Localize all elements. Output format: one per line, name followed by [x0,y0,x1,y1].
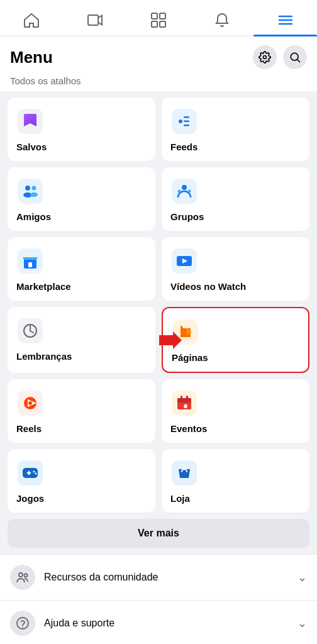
marketplace-label: Marketplace [16,281,71,292]
videos-watch-icon [170,247,198,275]
svg-point-23 [188,190,191,193]
ajuda-chevron: ⌄ [298,616,307,630]
svg-point-54 [19,573,23,577]
svg-marker-34 [159,331,182,349]
grid-item-loja[interactable]: Loja [162,449,309,513]
svg-point-40 [28,401,32,405]
loja-label: Loja [170,493,190,504]
eventos-icon [170,389,198,417]
grid-item-eventos[interactable]: Eventos [162,379,309,443]
nav-video[interactable] [64,6,127,35]
top-navigation [0,0,317,36]
svg-point-19 [32,186,36,191]
grid-item-paginas[interactable]: Páginas [162,307,309,373]
salvos-icon [16,108,44,135]
grid-item-jogos[interactable]: Jogos [8,449,155,513]
amigos-label: Amigos [16,211,51,222]
svg-point-55 [25,574,28,577]
svg-point-22 [182,185,187,190]
svg-rect-13 [184,116,189,118]
lembrancas-label: Lembranças [16,351,72,362]
svg-point-24 [178,190,181,193]
grid-item-reels[interactable]: Reels [8,379,155,443]
svg-point-51 [33,471,35,473]
svg-point-52 [35,473,37,475]
grupos-label: Grupos [170,211,204,222]
search-button[interactable] [283,45,307,69]
feeds-label: Feeds [170,142,197,152]
svg-point-8 [264,56,267,59]
jogos-label: Jogos [16,493,44,504]
feeds-icon [170,108,198,135]
comunidade-section[interactable]: Recursos da comunidade ⌄ [0,554,317,600]
svg-point-9 [291,53,298,60]
grid-item-marketplace[interactable]: Marketplace [8,237,155,301]
grid-item-videos-watch[interactable]: Vídeos no Watch [162,237,309,301]
reels-label: Reels [16,423,42,434]
loja-icon [170,459,198,487]
lembrancas-icon [16,317,44,345]
subtitle: Todos os atalhos [0,75,317,91]
reels-icon [16,389,44,417]
svg-rect-43 [177,398,191,402]
svg-rect-16 [18,179,43,204]
comunidade-chevron: ⌄ [298,570,307,584]
grid-item-amigos[interactable]: Amigos [8,167,155,231]
grid-container: Salvos Feeds [8,97,309,513]
nav-menu[interactable] [253,6,317,35]
svg-rect-2 [160,13,165,19]
grid-item-grupos[interactable]: Grupos [162,167,309,231]
shortcuts-grid: Salvos Feeds [0,91,317,519]
page-header: Menu [0,36,317,75]
amigos-icon [16,177,44,205]
ver-mais-button[interactable]: Ver mais [8,519,309,548]
grid-item-feeds[interactable]: Feeds [162,97,309,161]
svg-rect-0 [88,15,98,25]
svg-point-20 [30,192,38,197]
salvos-label: Salvos [16,142,47,152]
svg-point-12 [179,119,182,123]
ajuda-icon [10,611,35,636]
svg-rect-1 [152,13,157,19]
svg-point-57 [22,627,23,628]
red-arrow [159,331,182,349]
svg-rect-4 [160,21,165,27]
svg-rect-26 [28,262,32,267]
svg-point-17 [25,186,30,191]
svg-rect-3 [152,21,157,27]
page-title: Menu [10,48,53,67]
comunidade-icon [10,565,35,590]
paginas-label: Páginas [172,352,208,363]
svg-rect-15 [184,125,189,126]
svg-rect-44 [181,396,182,400]
svg-rect-45 [186,396,188,400]
ajuda-label: Ajuda e suporte [44,618,298,629]
jogos-icon [16,459,44,487]
videos-watch-label: Vídeos no Watch [170,281,246,292]
svg-rect-14 [184,121,189,123]
ajuda-section[interactable]: Ajuda e suporte ⌄ [0,600,317,644]
grupos-icon [170,177,198,205]
marketplace-icon [16,247,44,275]
ver-mais-section: Ver mais [0,519,317,554]
comunidade-label: Recursos da comunidade [44,572,298,583]
nav-notifications[interactable] [190,6,253,35]
nav-home[interactable] [0,6,64,35]
grid-item-lembrancas[interactable]: Lembranças [8,307,155,373]
grid-item-salvos[interactable]: Salvos [8,97,155,161]
nav-marketplace[interactable] [127,6,191,35]
eventos-label: Eventos [170,423,207,434]
settings-button[interactable] [253,45,277,69]
header-actions [253,45,307,69]
